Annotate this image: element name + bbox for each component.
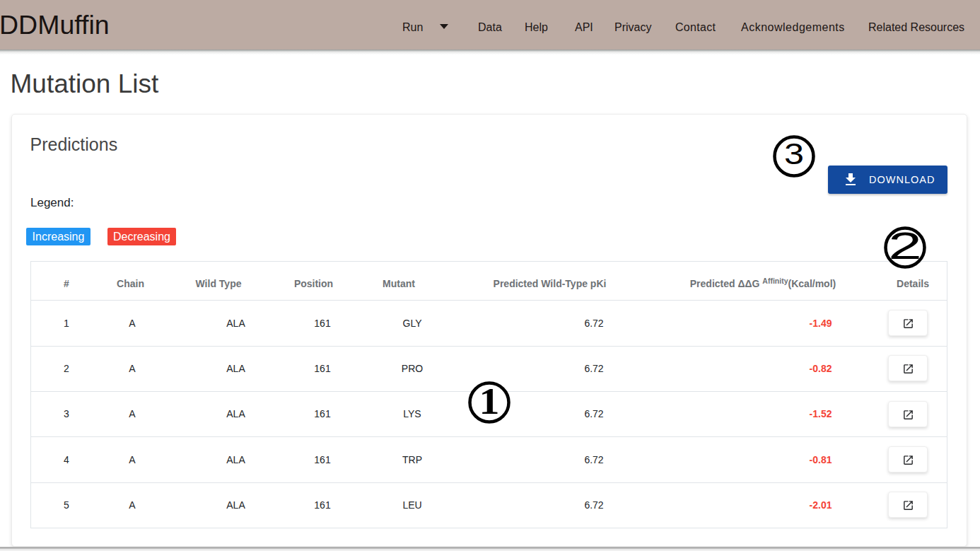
- svg-text:2: 2: [888, 225, 922, 267]
- svg-text:3: 3: [784, 137, 804, 170]
- svg-text:1: 1: [479, 381, 500, 422]
